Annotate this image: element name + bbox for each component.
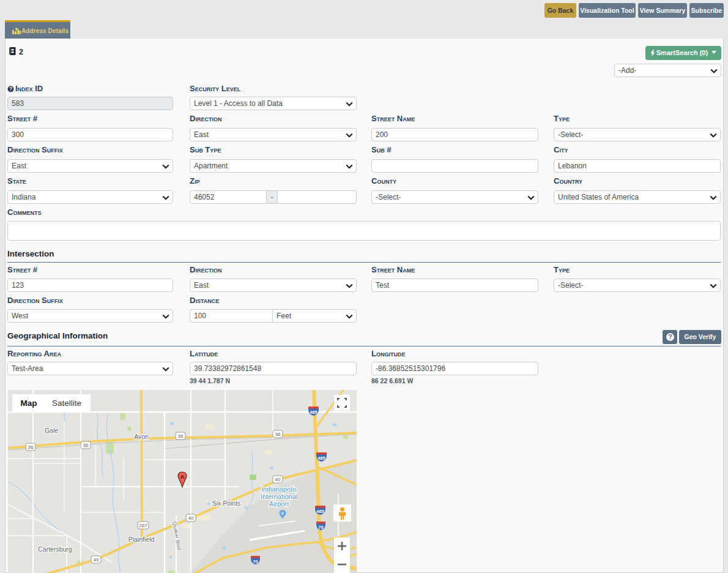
svg-text:Gale: Gale bbox=[45, 427, 58, 434]
svg-text:70: 70 bbox=[318, 525, 323, 530]
svg-text:?: ? bbox=[9, 86, 12, 92]
svg-text:36: 36 bbox=[28, 444, 34, 450]
svg-text:Avon: Avon bbox=[134, 433, 149, 440]
svg-text:40: 40 bbox=[275, 477, 281, 482]
svg-text:?: ? bbox=[668, 333, 672, 340]
svg-text:465: 465 bbox=[310, 410, 318, 415]
svg-text:36: 36 bbox=[178, 433, 184, 439]
svg-text:A: A bbox=[180, 473, 185, 480]
svg-text:36: 36 bbox=[83, 443, 89, 448]
svg-text:40: 40 bbox=[188, 515, 194, 521]
svg-text:International: International bbox=[261, 493, 298, 500]
svg-text:70: 70 bbox=[253, 559, 258, 564]
svg-text:Satellite: Satellite bbox=[52, 399, 81, 408]
svg-text:Plainfield: Plainfield bbox=[128, 536, 155, 543]
svg-text:Map: Map bbox=[21, 399, 37, 408]
svg-text:✈: ✈ bbox=[281, 511, 284, 515]
svg-text:267: 267 bbox=[139, 523, 147, 528]
svg-text:Six Points: Six Points bbox=[212, 500, 241, 507]
svg-text:465: 465 bbox=[316, 509, 324, 514]
svg-text:Cartersburg: Cartersburg bbox=[38, 545, 72, 553]
svg-text:40: 40 bbox=[94, 557, 99, 563]
svg-text:465: 465 bbox=[318, 455, 325, 461]
svg-text:Airport: Airport bbox=[269, 500, 289, 507]
svg-text:Indianapolis: Indianapolis bbox=[261, 485, 297, 493]
svg-text:36: 36 bbox=[275, 432, 281, 437]
